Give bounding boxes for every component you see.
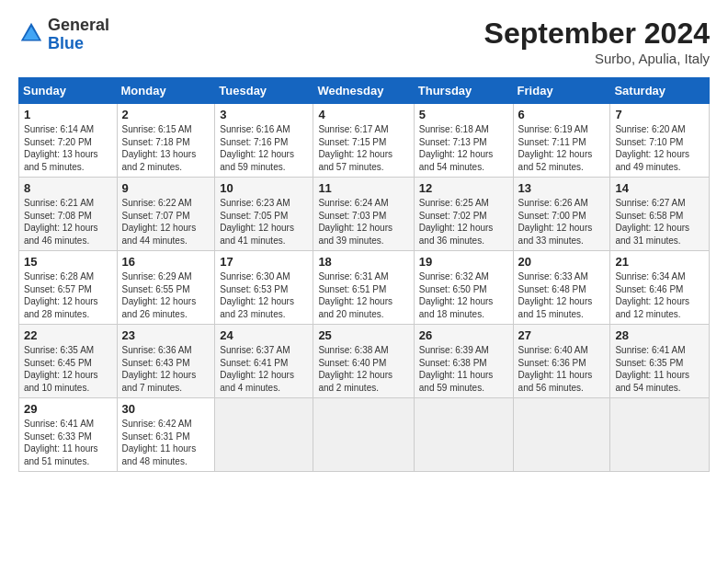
col-tuesday: Tuesday: [215, 78, 313, 104]
col-sunday: Sunday: [19, 78, 118, 104]
table-row: [513, 398, 610, 472]
calendar-row-5: 29Sunrise: 6:41 AM Sunset: 6:33 PM Dayli…: [19, 398, 710, 472]
day-info: Sunrise: 6:36 AM Sunset: 6:43 PM Dayligh…: [122, 344, 210, 394]
table-row: 5Sunrise: 6:18 AM Sunset: 7:13 PM Daylig…: [414, 104, 513, 178]
calendar: Sunday Monday Tuesday Wednesday Thursday…: [18, 77, 710, 472]
day-number: 18: [318, 255, 408, 269]
day-info: Sunrise: 6:29 AM Sunset: 6:55 PM Dayligh…: [122, 270, 210, 320]
day-number: 16: [122, 255, 210, 269]
day-number: 8: [24, 181, 112, 195]
day-info: Sunrise: 6:27 AM Sunset: 6:58 PM Dayligh…: [615, 197, 704, 247]
month-title: September 2024: [484, 17, 710, 51]
logo: General Blue: [18, 17, 109, 53]
day-number: 12: [419, 181, 508, 195]
table-row: 8Sunrise: 6:21 AM Sunset: 7:08 PM Daylig…: [19, 178, 118, 251]
logo-icon: [18, 20, 44, 46]
day-number: 25: [318, 328, 408, 342]
day-info: Sunrise: 6:40 AM Sunset: 6:36 PM Dayligh…: [518, 344, 606, 394]
location-subtitle: Surbo, Apulia, Italy: [484, 51, 710, 66]
day-number: 28: [615, 328, 704, 342]
logo-general: General: [48, 17, 109, 35]
table-row: 10Sunrise: 6:23 AM Sunset: 7:05 PM Dayli…: [215, 178, 313, 251]
col-monday: Monday: [117, 78, 215, 104]
day-number: 14: [615, 181, 704, 195]
day-info: Sunrise: 6:18 AM Sunset: 7:13 PM Dayligh…: [419, 123, 508, 173]
day-number: 29: [24, 402, 112, 416]
day-number: 6: [518, 108, 606, 121]
col-friday: Friday: [513, 78, 610, 104]
calendar-row-2: 8Sunrise: 6:21 AM Sunset: 7:08 PM Daylig…: [19, 178, 710, 251]
day-info: Sunrise: 6:41 AM Sunset: 6:35 PM Dayligh…: [615, 344, 704, 394]
table-row: 13Sunrise: 6:26 AM Sunset: 7:00 PM Dayli…: [513, 178, 610, 251]
day-number: 10: [220, 181, 308, 195]
table-row: 26Sunrise: 6:39 AM Sunset: 6:38 PM Dayli…: [414, 325, 513, 398]
day-number: 30: [122, 402, 210, 416]
table-row: 16Sunrise: 6:29 AM Sunset: 6:55 PM Dayli…: [117, 251, 215, 325]
table-row: 21Sunrise: 6:34 AM Sunset: 6:46 PM Dayli…: [610, 251, 710, 325]
day-info: Sunrise: 6:26 AM Sunset: 7:00 PM Dayligh…: [518, 197, 606, 247]
table-row: 6Sunrise: 6:19 AM Sunset: 7:11 PM Daylig…: [513, 104, 610, 178]
day-number: 13: [518, 181, 606, 195]
day-info: Sunrise: 6:38 AM Sunset: 6:40 PM Dayligh…: [318, 344, 408, 394]
calendar-row-1: 1Sunrise: 6:14 AM Sunset: 7:20 PM Daylig…: [19, 104, 710, 178]
day-number: 15: [24, 255, 112, 269]
table-row: 18Sunrise: 6:31 AM Sunset: 6:51 PM Dayli…: [313, 251, 414, 325]
day-number: 19: [419, 255, 508, 269]
logo-text: General Blue: [48, 17, 109, 53]
table-row: 15Sunrise: 6:28 AM Sunset: 6:57 PM Dayli…: [19, 251, 118, 325]
day-number: 2: [122, 108, 210, 121]
day-info: Sunrise: 6:21 AM Sunset: 7:08 PM Dayligh…: [24, 197, 112, 247]
table-row: 1Sunrise: 6:14 AM Sunset: 7:20 PM Daylig…: [19, 104, 118, 178]
day-info: Sunrise: 6:16 AM Sunset: 7:16 PM Dayligh…: [220, 123, 308, 173]
table-row: 11Sunrise: 6:24 AM Sunset: 7:03 PM Dayli…: [313, 178, 414, 251]
day-info: Sunrise: 6:23 AM Sunset: 7:05 PM Dayligh…: [220, 197, 308, 247]
day-info: Sunrise: 6:31 AM Sunset: 6:51 PM Dayligh…: [318, 270, 408, 320]
table-row: 20Sunrise: 6:33 AM Sunset: 6:48 PM Dayli…: [513, 251, 610, 325]
table-row: 14Sunrise: 6:27 AM Sunset: 6:58 PM Dayli…: [610, 178, 710, 251]
table-row: 12Sunrise: 6:25 AM Sunset: 7:02 PM Dayli…: [414, 178, 513, 251]
table-row: 27Sunrise: 6:40 AM Sunset: 6:36 PM Dayli…: [513, 325, 610, 398]
day-number: 23: [122, 328, 210, 342]
day-number: 5: [419, 108, 508, 121]
day-info: Sunrise: 6:19 AM Sunset: 7:11 PM Dayligh…: [518, 123, 606, 173]
header: General Blue September 2024 Surbo, Apuli…: [18, 17, 710, 66]
day-number: 11: [318, 181, 408, 195]
table-row: 28Sunrise: 6:41 AM Sunset: 6:35 PM Dayli…: [610, 325, 710, 398]
day-info: Sunrise: 6:41 AM Sunset: 6:33 PM Dayligh…: [24, 418, 112, 467]
day-number: 22: [24, 328, 112, 342]
table-row: 2Sunrise: 6:15 AM Sunset: 7:18 PM Daylig…: [117, 104, 215, 178]
day-info: Sunrise: 6:24 AM Sunset: 7:03 PM Dayligh…: [318, 197, 408, 247]
day-number: 24: [220, 328, 308, 342]
day-number: 27: [518, 328, 606, 342]
col-wednesday: Wednesday: [313, 78, 414, 104]
day-info: Sunrise: 6:35 AM Sunset: 6:45 PM Dayligh…: [24, 344, 112, 394]
table-row: 17Sunrise: 6:30 AM Sunset: 6:53 PM Dayli…: [215, 251, 313, 325]
logo-blue: Blue: [48, 35, 109, 53]
day-info: Sunrise: 6:25 AM Sunset: 7:02 PM Dayligh…: [419, 197, 508, 247]
day-number: 3: [220, 108, 308, 121]
col-saturday: Saturday: [610, 78, 710, 104]
day-info: Sunrise: 6:33 AM Sunset: 6:48 PM Dayligh…: [518, 270, 606, 320]
table-row: 25Sunrise: 6:38 AM Sunset: 6:40 PM Dayli…: [313, 325, 414, 398]
day-number: 7: [615, 108, 704, 121]
day-number: 9: [122, 181, 210, 195]
table-row: [610, 398, 710, 472]
table-row: 30Sunrise: 6:42 AM Sunset: 6:31 PM Dayli…: [117, 398, 215, 472]
day-info: Sunrise: 6:34 AM Sunset: 6:46 PM Dayligh…: [615, 270, 704, 320]
table-row: 29Sunrise: 6:41 AM Sunset: 6:33 PM Dayli…: [19, 398, 118, 472]
day-number: 20: [518, 255, 606, 269]
table-row: 9Sunrise: 6:22 AM Sunset: 7:07 PM Daylig…: [117, 178, 215, 251]
day-info: Sunrise: 6:42 AM Sunset: 6:31 PM Dayligh…: [122, 418, 210, 467]
table-row: 3Sunrise: 6:16 AM Sunset: 7:16 PM Daylig…: [215, 104, 313, 178]
table-row: 22Sunrise: 6:35 AM Sunset: 6:45 PM Dayli…: [19, 325, 118, 398]
day-number: 17: [220, 255, 308, 269]
day-info: Sunrise: 6:22 AM Sunset: 7:07 PM Dayligh…: [122, 197, 210, 247]
table-row: [215, 398, 313, 472]
day-number: 4: [318, 108, 408, 121]
day-number: 1: [24, 108, 112, 121]
calendar-row-3: 15Sunrise: 6:28 AM Sunset: 6:57 PM Dayli…: [19, 251, 710, 325]
day-info: Sunrise: 6:28 AM Sunset: 6:57 PM Dayligh…: [24, 270, 112, 320]
table-row: 19Sunrise: 6:32 AM Sunset: 6:50 PM Dayli…: [414, 251, 513, 325]
day-info: Sunrise: 6:39 AM Sunset: 6:38 PM Dayligh…: [419, 344, 508, 394]
day-info: Sunrise: 6:17 AM Sunset: 7:15 PM Dayligh…: [318, 123, 408, 173]
